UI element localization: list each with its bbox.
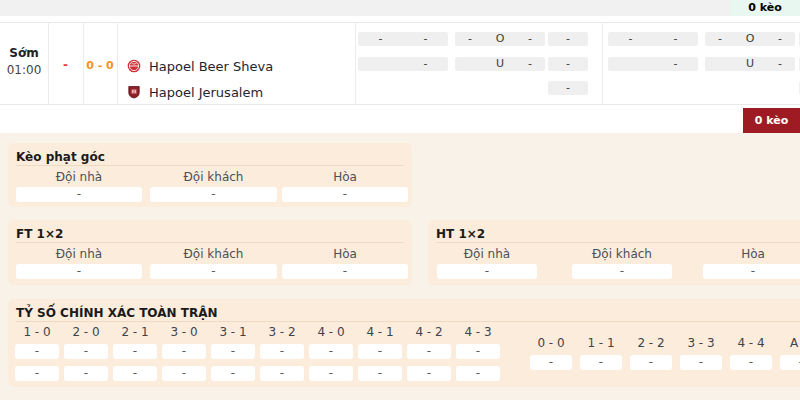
ht-draw-odds-cell[interactable]: - bbox=[703, 264, 800, 279]
corner-odds-panel: Kèo phạt góc Đội nhà Đội khách Hòa - - - bbox=[8, 143, 412, 207]
score-label: A bbox=[786, 337, 800, 349]
hdp-away-odds: - bbox=[403, 57, 448, 71]
score-odds-cell[interactable]: - bbox=[162, 344, 206, 359]
over-odds: - bbox=[515, 32, 545, 46]
divider bbox=[355, 22, 356, 104]
hdp-pill-g1-r1[interactable]: - - bbox=[358, 32, 448, 46]
score-label: 3 - 2 bbox=[260, 326, 304, 338]
home-header: Đội nhà bbox=[437, 247, 537, 260]
score-odds-cell[interactable]: - bbox=[211, 344, 255, 359]
score-odds-cell[interactable]: - bbox=[680, 355, 722, 370]
ft-panel-title: FT 1×2 bbox=[16, 227, 63, 241]
under-odds: - bbox=[515, 57, 545, 71]
home-team-name: Hapoel Beer Sheva bbox=[149, 59, 273, 74]
score-odds-cell[interactable]: - bbox=[358, 344, 402, 359]
score-odds-cell[interactable]: - bbox=[211, 366, 255, 381]
banner-row: 0 kèo bbox=[0, 105, 800, 133]
match-time-value: 01:00 bbox=[0, 63, 48, 77]
score-odds-cell[interactable]: - bbox=[64, 344, 108, 359]
hdp-pill-g1-r2[interactable]: - bbox=[358, 57, 448, 71]
score-odds-cell[interactable]: - bbox=[64, 366, 108, 381]
score-odds-cell[interactable]: - bbox=[260, 344, 304, 359]
score-label: 3 - 1 bbox=[211, 326, 255, 338]
score-label: 2 - 2 bbox=[630, 337, 672, 349]
corner-draw-odds-cell[interactable]: - bbox=[282, 187, 408, 202]
x12-home-pill-g1[interactable]: - bbox=[548, 32, 588, 46]
ft-draw-odds-cell[interactable]: - bbox=[282, 264, 408, 279]
score-odds-cell[interactable]: - bbox=[407, 344, 451, 359]
home-header: Đội nhà bbox=[16, 170, 142, 183]
score-odds-cell[interactable]: - bbox=[456, 344, 500, 359]
match-status: - bbox=[48, 22, 83, 72]
ou-pill-g2-r2[interactable]: U - bbox=[705, 57, 795, 71]
ou-pill-g2-r1[interactable]: - O - bbox=[705, 32, 795, 46]
divider bbox=[602, 22, 603, 104]
score-odds-cell[interactable]: - bbox=[162, 366, 206, 381]
score-odds-cell[interactable]: - bbox=[407, 366, 451, 381]
home-team-row[interactable]: Hapoel Beer Sheva bbox=[127, 58, 352, 74]
score-label: 1 - 1 bbox=[580, 337, 622, 349]
ou-line: - bbox=[455, 32, 485, 46]
over-label: O bbox=[485, 32, 515, 46]
divider bbox=[16, 242, 404, 243]
draw-header: Hòa bbox=[282, 170, 408, 183]
away-team-crest-icon bbox=[127, 85, 141, 99]
score-odds-cell[interactable]: - bbox=[309, 344, 353, 359]
under-label: U bbox=[735, 57, 765, 71]
match-score: 0 - 0 bbox=[83, 22, 117, 72]
ht-home-odds-cell[interactable]: - bbox=[437, 264, 537, 279]
match-time-label: Sớm bbox=[0, 46, 48, 60]
away-header: Đội khách bbox=[572, 247, 672, 260]
divider bbox=[436, 242, 800, 243]
odds-count-badge: 0 kèo bbox=[730, 0, 800, 16]
score-odds-cell[interactable]: - bbox=[730, 355, 772, 370]
ft-1x2-panel: FT 1×2 Đội nhà Đội khách Hòa - - - bbox=[8, 220, 412, 285]
corner-home-odds-cell[interactable]: - bbox=[16, 187, 142, 202]
home-header: Đội nhà bbox=[16, 247, 142, 260]
under-odds: - bbox=[765, 57, 795, 71]
over-label: O bbox=[735, 32, 765, 46]
x12-draw-pill-g1[interactable]: - bbox=[548, 81, 588, 95]
score-odds-cell[interactable]: - bbox=[15, 344, 59, 359]
ft-away-odds-cell[interactable]: - bbox=[150, 264, 277, 279]
score-odds-cell[interactable]: - bbox=[530, 355, 572, 370]
match-time: Sớm 01:00 bbox=[0, 22, 48, 77]
score-odds-cell[interactable]: - bbox=[456, 366, 500, 381]
score-odds-cell[interactable]: - bbox=[780, 355, 800, 370]
score-odds-cell[interactable]: - bbox=[113, 366, 157, 381]
divider bbox=[16, 321, 800, 322]
away-team-row[interactable]: Hapoel Jerusalem bbox=[127, 84, 352, 100]
score-odds-cell[interactable]: - bbox=[630, 355, 672, 370]
ou-pill-g1-r2[interactable]: U - bbox=[455, 57, 545, 71]
over-odds: - bbox=[765, 32, 795, 46]
draw-header: Hòa bbox=[703, 247, 800, 260]
ft-home-odds-cell[interactable]: - bbox=[16, 264, 142, 279]
score-label: 1 - 0 bbox=[15, 326, 59, 338]
score-label: 2 - 1 bbox=[113, 326, 157, 338]
hdp-pill-g2-r2[interactable]: - bbox=[608, 57, 698, 71]
corner-away-odds-cell[interactable]: - bbox=[150, 187, 277, 202]
score-odds-cell[interactable]: - bbox=[358, 366, 402, 381]
ht-1x2-panel: HT 1×2 Đội nhà Đội khách Hòa - - - bbox=[428, 220, 800, 285]
score-label: 4 - 4 bbox=[730, 337, 772, 349]
score-odds-cell[interactable]: - bbox=[15, 366, 59, 381]
score-odds-cell[interactable]: - bbox=[580, 355, 622, 370]
ou-pill-g1-r1[interactable]: - O - bbox=[455, 32, 545, 46]
ou-line: - bbox=[705, 32, 735, 46]
hdp-pill-g2-r1[interactable]: - - bbox=[608, 32, 698, 46]
divider bbox=[0, 22, 800, 23]
away-header: Đội khách bbox=[150, 247, 277, 260]
odds-count-banner-button[interactable]: 0 kèo bbox=[743, 108, 800, 133]
draw-header: Hòa bbox=[282, 247, 408, 260]
score-label: 4 - 2 bbox=[407, 326, 451, 338]
match-row: Sớm 01:00 - 0 - 0 Hapoel Beer Sheva Hapo… bbox=[0, 16, 800, 105]
score-odds-cell[interactable]: - bbox=[113, 344, 157, 359]
correct-score-title: TỶ SỐ CHÍNH XÁC TOÀN TRẬN bbox=[16, 306, 218, 320]
hdp-line: - bbox=[358, 32, 403, 46]
away-header: Đội khách bbox=[150, 170, 277, 183]
score-odds-cell[interactable]: - bbox=[260, 366, 304, 381]
ht-away-odds-cell[interactable]: - bbox=[572, 264, 672, 279]
score-odds-cell[interactable]: - bbox=[309, 366, 353, 381]
home-team-crest-icon bbox=[127, 59, 141, 73]
x12-away-pill-g1[interactable]: - bbox=[548, 57, 588, 71]
